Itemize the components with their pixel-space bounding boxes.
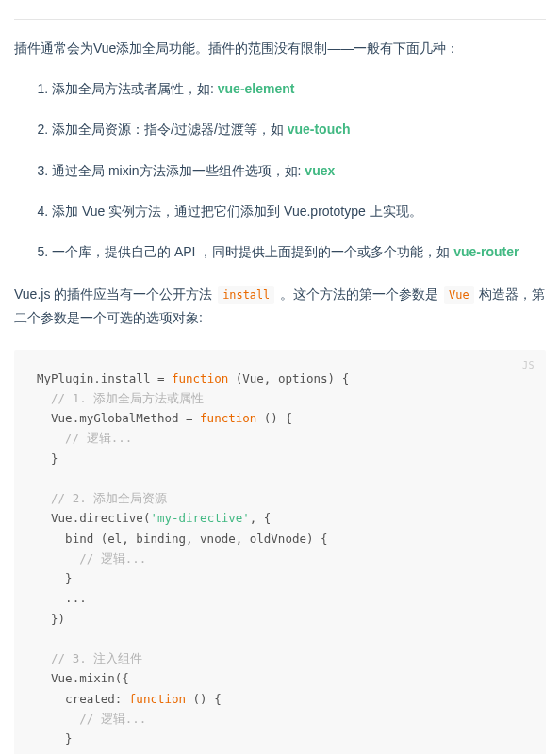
code-token: // 逻辑... — [79, 551, 146, 566]
code-token: function — [172, 371, 228, 385]
code-token: function — [200, 411, 256, 425]
install-code2: Vue — [444, 286, 473, 304]
list-item: 添加全局资源：指令/过滤器/过渡等，如 vue-touch — [52, 118, 546, 141]
code-content: MyPlugin.install = function (Vue, option… — [37, 369, 523, 755]
list-item: 一个库，提供自己的 API ，同时提供上面提到的一个或多个功能，如 vue-ro… — [52, 240, 546, 264]
list-item-text: 通过全局 mixin方法添加一些组件选项，如: — [52, 163, 305, 178]
list-item: 添加 Vue 实例方法，通过把它们添加到 Vue.prototype 上实现。 — [52, 200, 546, 223]
list-item-text: 一个库，提供自己的 API ，同时提供上面提到的一个或多个功能，如 — [52, 244, 453, 259]
list-item: 添加全局方法或者属性，如: vue-element — [52, 77, 546, 101]
install-code1: install — [218, 286, 274, 304]
list-item-link[interactable]: vue-router — [453, 244, 519, 259]
list-item-text: 添加 Vue 实例方法，通过把它们添加到 Vue.prototype 上实现。 — [52, 204, 422, 219]
list-item-text: 添加全局方法或者属性，如: — [52, 81, 218, 96]
list-item-link[interactable]: vuex — [305, 163, 335, 178]
code-token: 'my-directive' — [150, 511, 249, 525]
code-language-label: JS — [522, 357, 535, 373]
install-seg2: 。这个方法的第一个参数是 — [276, 287, 442, 302]
code-block: JS MyPlugin.install = function (Vue, opt… — [14, 350, 546, 755]
code-token: function — [129, 692, 186, 706]
code-token: // 逻辑... — [65, 431, 132, 445]
code-token: // 2. 添加全局资源 — [51, 491, 167, 505]
list-item-text: 添加全局资源：指令/过滤器/过渡等，如 — [52, 122, 288, 137]
top-divider — [14, 19, 546, 20]
feature-list: 添加全局方法或者属性，如: vue-element添加全局资源：指令/过滤器/过… — [14, 77, 546, 264]
intro-paragraph: 插件通常会为Vue添加全局功能。插件的范围没有限制——一般有下面几种： — [14, 37, 546, 60]
list-item-link[interactable]: vue-touch — [288, 122, 351, 137]
install-description: Vue.js 的插件应当有一个公开方法 install 。这个方法的第一个参数是… — [14, 283, 546, 330]
list-item: 通过全局 mixin方法添加一些组件选项，如: vuex — [52, 159, 546, 183]
code-token: // 1. 添加全局方法或属性 — [51, 391, 204, 405]
install-seg1: Vue.js 的插件应当有一个公开方法 — [14, 287, 216, 302]
code-token: // 逻辑... — [79, 712, 146, 726]
list-item-link[interactable]: vue-element — [218, 81, 295, 96]
code-token: // 3. 注入组件 — [51, 651, 142, 665]
